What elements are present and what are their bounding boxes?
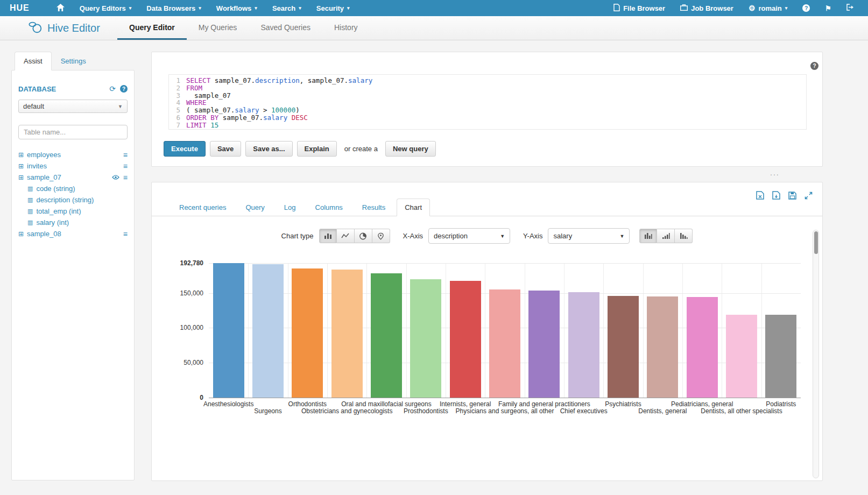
bar-12[interactable] (687, 297, 718, 398)
map-chart-button[interactable] (372, 229, 390, 243)
chevron-down-icon: ▾ (129, 5, 132, 11)
table-row-invites[interactable]: ⊞ invites ≡ (18, 160, 128, 172)
bar-14[interactable] (765, 315, 796, 398)
sort-asc-button[interactable] (657, 229, 675, 243)
flag-button[interactable]: ⚑ (817, 0, 839, 16)
bar-1[interactable] (252, 264, 284, 398)
column-row-salary[interactable]: ▥ salary (int) (18, 217, 128, 228)
file-browser-button[interactable]: File Browser (606, 0, 673, 16)
bar-4[interactable] (371, 273, 402, 398)
help-button[interactable]: ? (795, 0, 817, 16)
bar-2[interactable] (292, 268, 323, 398)
column-row-total-emp[interactable]: ▥ total_emp (int) (18, 206, 128, 217)
save-as-button[interactable]: Save as... (245, 141, 292, 157)
nav-query-editors[interactable]: Query Editors▾ (72, 0, 139, 16)
top-navbar: HUE Query Editors▾ Data Browsers▾ Workfl… (0, 0, 868, 16)
x-axis-label-item: Orthodontists (288, 400, 327, 408)
sql-code: SELECT sample_07.description, sample_07.… (184, 77, 372, 129)
help-icon[interactable]: ? (810, 62, 818, 70)
download-csv-button[interactable] (772, 191, 780, 200)
eye-icon[interactable] (112, 173, 119, 181)
results-scrollbar[interactable] (813, 230, 819, 478)
chevron-down-icon: ▾ (347, 5, 350, 11)
table-row-sample-08[interactable]: ⊞ sample_08 ≡ (18, 228, 128, 239)
nav-security[interactable]: Security▾ (309, 0, 357, 16)
table-icon: ⊞ (18, 152, 24, 158)
columns-list-icon[interactable]: ≡ (123, 230, 128, 238)
resize-handle[interactable]: ∙∙∙ (770, 172, 780, 176)
vertical-gridline (761, 263, 762, 398)
hue-logo[interactable]: HUE (10, 3, 30, 13)
new-query-button[interactable]: New query (385, 141, 436, 157)
sort-none-button[interactable] (639, 229, 657, 243)
home-button[interactable] (49, 0, 72, 16)
table-filter-input[interactable] (18, 125, 128, 139)
x-axis-label-item: Chief executives (560, 407, 608, 415)
columns-list-icon[interactable]: ≡ (123, 151, 128, 159)
user-menu[interactable]: ⚙ romain ▾ (741, 0, 795, 16)
vertical-gridline (603, 263, 604, 398)
app-title[interactable]: Hive Editor (28, 16, 109, 40)
column-row-code[interactable]: ▥ code (string) (18, 183, 128, 194)
nav-data-browsers[interactable]: Data Browsers▾ (139, 0, 209, 16)
bar-7[interactable] (489, 289, 520, 398)
vertical-gridline (485, 263, 485, 398)
bar-0[interactable] (213, 263, 244, 398)
bar-10[interactable] (608, 296, 639, 398)
bar-3[interactable] (331, 270, 363, 398)
line-chart-button[interactable] (337, 229, 355, 243)
tab-chart[interactable]: Chart (397, 199, 430, 216)
nav-search[interactable]: Search▾ (265, 0, 309, 16)
tab-recent-queries[interactable]: Recent queries (171, 199, 234, 216)
tab-assist[interactable]: Assist (15, 52, 52, 70)
save-results-button[interactable] (788, 191, 796, 200)
pie-chart-button[interactable] (355, 229, 372, 243)
y-axis-select[interactable]: salary ▼ (548, 228, 630, 244)
database-select[interactable]: default ▼ (18, 100, 128, 113)
download-xls-button[interactable] (756, 191, 764, 200)
bar-9[interactable] (568, 292, 599, 398)
columns-list-icon[interactable]: ≡ (123, 162, 128, 171)
column-icon: ▥ (27, 186, 33, 192)
refresh-icon[interactable]: ⟳ (109, 84, 116, 93)
chevron-down-icon: ▼ (620, 234, 625, 239)
execute-button[interactable]: Execute (164, 141, 206, 157)
question-icon: ? (802, 4, 810, 12)
tab-my-queries[interactable]: My Queries (187, 16, 249, 40)
tab-history[interactable]: History (322, 16, 370, 40)
nav-workflows[interactable]: Workflows▾ (209, 0, 265, 16)
help-icon[interactable]: ? (120, 85, 128, 93)
tab-saved-queries[interactable]: Saved Queries (249, 16, 322, 40)
line-number: 1 (169, 77, 180, 84)
bar-5[interactable] (410, 279, 441, 398)
tab-columns[interactable]: Columns (307, 199, 351, 216)
export-toolbar (756, 191, 813, 200)
scrollbar-thumb[interactable] (814, 231, 818, 254)
tab-settings[interactable]: Settings (52, 52, 95, 70)
fullscreen-button[interactable] (805, 191, 813, 200)
tab-results[interactable]: Results (354, 199, 393, 216)
save-button[interactable]: Save (210, 141, 241, 157)
bar-11[interactable] (647, 296, 678, 398)
flag-icon: ⚑ (825, 4, 831, 12)
tab-log[interactable]: Log (276, 199, 304, 216)
x-axis-select[interactable]: description ▼ (428, 228, 510, 244)
columns-list-icon[interactable]: ≡ (123, 173, 128, 182)
logout-button[interactable] (839, 0, 862, 16)
tab-query[interactable]: Query (237, 199, 272, 216)
sort-desc-button[interactable] (675, 229, 693, 243)
x-axis-label-item: Prosthodontists (404, 407, 448, 415)
bar-6[interactable] (450, 281, 481, 398)
sql-editor[interactable]: 1234567 SELECT sample_07.description, sa… (168, 74, 807, 130)
table-row-sample-07[interactable]: ⊞ sample_07 ≡ (18, 172, 128, 183)
bar-13[interactable] (726, 315, 757, 398)
bar-8[interactable] (528, 291, 560, 398)
code-line: sample_07 (186, 92, 372, 100)
column-row-description[interactable]: ▥ description (string) (18, 194, 128, 206)
table-row-employees[interactable]: ⊞ employees ≡ (18, 149, 128, 160)
bar-chart-button[interactable] (319, 229, 337, 243)
job-browser-button[interactable]: Job Browser (673, 0, 741, 16)
chevron-down-icon: ▼ (118, 104, 123, 109)
explain-button[interactable]: Explain (297, 141, 337, 157)
tab-query-editor[interactable]: Query Editor (117, 16, 187, 40)
